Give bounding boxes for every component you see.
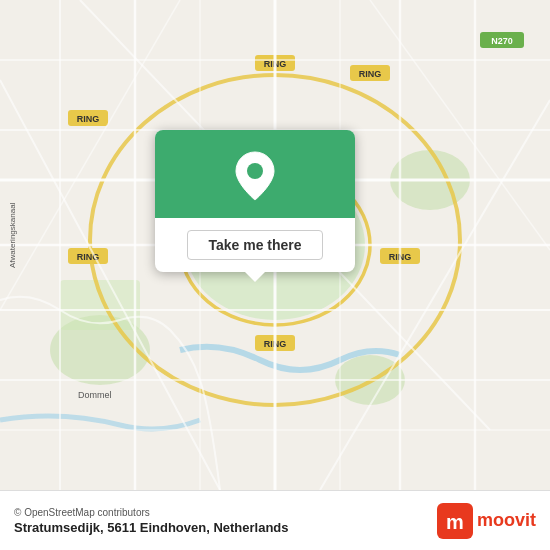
moovit-text: moovit <box>477 510 536 531</box>
bottom-left: © OpenStreetMap contributors Stratumsedi… <box>14 507 289 535</box>
svg-text:RING: RING <box>359 69 382 79</box>
popup-header <box>155 130 355 218</box>
moovit-icon: m <box>437 503 473 539</box>
svg-text:m: m <box>446 511 464 533</box>
map-popup: Take me there <box>155 130 355 272</box>
location-label: Stratumsedijk, 5611 Eindhoven, Netherlan… <box>14 520 289 535</box>
moovit-logo: m moovit <box>437 503 536 539</box>
location-pin-icon <box>233 150 277 202</box>
svg-text:N270: N270 <box>491 36 513 46</box>
map-container: RING RING RING RING RING RING N270 <box>0 0 550 490</box>
svg-text:Dommel: Dommel <box>78 390 112 400</box>
take-me-there-button[interactable]: Take me there <box>187 230 322 260</box>
svg-text:Afwateringskanaal: Afwateringskanaal <box>8 202 17 268</box>
osm-credit: © OpenStreetMap contributors <box>14 507 289 518</box>
bottom-bar: © OpenStreetMap contributors Stratumsedi… <box>0 490 550 550</box>
svg-text:RING: RING <box>77 114 100 124</box>
svg-point-43 <box>247 163 263 179</box>
